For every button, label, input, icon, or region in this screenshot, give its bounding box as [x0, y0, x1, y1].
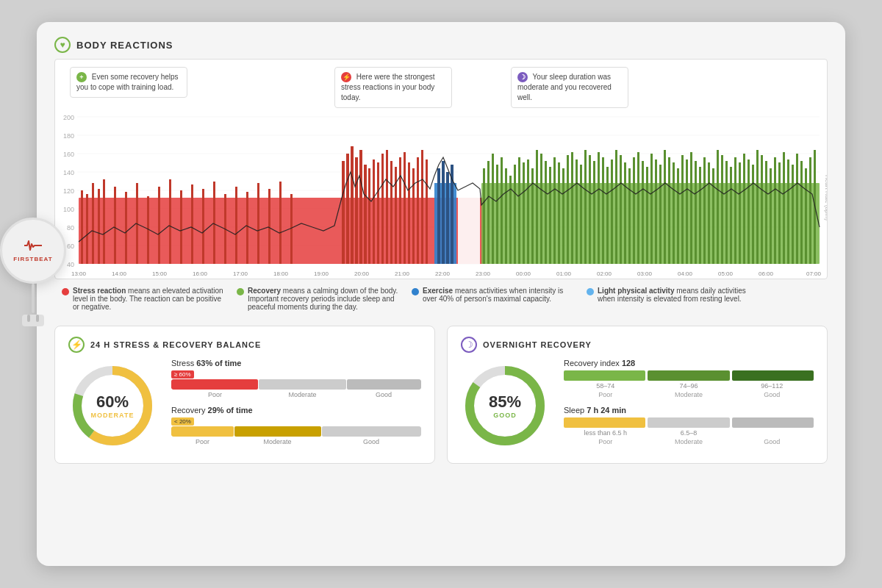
svg-rect-72 — [501, 157, 503, 264]
svg-rect-70 — [492, 154, 494, 264]
light-activity-dot — [587, 288, 594, 295]
svg-text:03:00: 03:00 — [637, 270, 653, 277]
svg-rect-30 — [180, 190, 182, 264]
svg-rect-126 — [739, 162, 741, 264]
svg-rect-78 — [527, 159, 529, 264]
svg-rect-22 — [98, 189, 100, 264]
ann-green-icon: + — [76, 72, 87, 82]
svg-rect-112 — [677, 168, 679, 264]
svg-rect-62 — [437, 168, 440, 264]
svg-rect-39 — [279, 182, 282, 264]
svg-rect-142 — [809, 157, 811, 264]
ann-purple-icon: ☽ — [517, 72, 528, 82]
svg-text:200: 200 — [63, 114, 74, 121]
svg-rect-101 — [628, 168, 631, 264]
svg-rect-35 — [235, 187, 237, 264]
svg-rect-120 — [712, 168, 714, 264]
svg-text:05:00: 05:00 — [718, 270, 734, 277]
svg-text:80: 80 — [67, 224, 74, 232]
svg-rect-102 — [633, 157, 635, 264]
svg-rect-119 — [708, 162, 710, 264]
svg-rect-127 — [743, 154, 745, 264]
svg-rect-132 — [765, 161, 767, 264]
svg-rect-116 — [695, 161, 697, 264]
svg-rect-49 — [377, 162, 379, 264]
stress-bar — [171, 379, 421, 390]
svg-rect-98 — [615, 150, 617, 264]
annotation-sleep: ☽ Your sleep duration was moderate and y… — [511, 67, 628, 108]
svg-text:13:00: 13:00 — [71, 270, 87, 277]
svg-text:20:00: 20:00 — [354, 270, 370, 277]
svg-rect-32 — [202, 189, 204, 264]
annotation-stress: ⚡ Here were the strongest stress reactio… — [334, 67, 452, 108]
svg-rect-40 — [290, 194, 293, 264]
legend-stress: Stress reaction means an elevated activa… — [62, 287, 223, 311]
svg-rect-59 — [421, 150, 423, 264]
svg-rect-57 — [412, 168, 415, 264]
svg-rect-75 — [514, 165, 516, 264]
svg-rect-81 — [540, 154, 542, 264]
overnight-icon: ☽ — [461, 337, 477, 353]
svg-rect-68 — [483, 168, 485, 264]
body-reactions-title: BODY REACTIONS — [76, 40, 173, 51]
svg-rect-55 — [404, 152, 406, 264]
svg-rect-92 — [589, 155, 591, 264]
svg-rect-82 — [545, 161, 547, 264]
overnight-donut: 85% GOOD — [461, 362, 549, 450]
svg-text:06:00: 06:00 — [759, 270, 774, 277]
svg-rect-29 — [169, 179, 171, 264]
svg-text:140: 140 — [63, 169, 74, 176]
svg-text:23:00: 23:00 — [476, 270, 491, 277]
stress-recovery-title: 24 H STRESS & RECOVERY BALANCE — [90, 340, 261, 349]
svg-rect-63 — [442, 161, 445, 264]
svg-rect-69 — [487, 161, 490, 264]
svg-text:14:00: 14:00 — [112, 270, 127, 277]
svg-rect-23 — [103, 179, 105, 264]
svg-rect-79 — [531, 168, 534, 264]
chart-legend: Stress reaction means an elevated activa… — [54, 279, 828, 314]
recovery-bar — [171, 426, 421, 437]
svg-rect-140 — [800, 161, 803, 264]
svg-rect-141 — [805, 168, 807, 264]
svg-rect-131 — [761, 155, 763, 264]
legend-exercise: Exercise means activities when intensity… — [412, 287, 573, 311]
svg-rect-86 — [562, 168, 564, 264]
ann-red-icon: ⚡ — [341, 72, 351, 82]
svg-rect-24 — [114, 187, 116, 264]
svg-rect-104 — [642, 161, 644, 264]
svg-rect-48 — [373, 159, 375, 264]
svg-rect-89 — [576, 159, 578, 264]
svg-rect-38 — [268, 189, 270, 264]
svg-rect-87 — [567, 155, 569, 264]
svg-rect-42 — [346, 154, 349, 264]
svg-text:120: 120 — [63, 187, 74, 195]
overnight-recovery-card: ☽ OVERNIGHT RECOVERY 85% GOOD — [447, 326, 828, 464]
svg-rect-137 — [787, 159, 789, 264]
svg-text:04:00: 04:00 — [678, 270, 693, 277]
svg-text:16:00: 16:00 — [193, 270, 208, 277]
stress-donut-center: 60% MODERATE — [91, 392, 135, 419]
svg-text:17:00: 17:00 — [233, 270, 248, 277]
recovery-dot — [237, 288, 244, 295]
svg-rect-118 — [703, 157, 706, 264]
recovery-index-bars — [564, 370, 814, 381]
svg-text:07:00: 07:00 — [806, 270, 822, 277]
svg-rect-107 — [655, 159, 657, 264]
overnight-recovery-header: ☽ OVERNIGHT RECOVERY — [461, 337, 814, 353]
device-heartbeat-icon — [24, 240, 42, 254]
device-brand-label: FIRSTBEAT — [13, 256, 52, 262]
device-wire — [32, 284, 35, 313]
recovery-stat: Recovery 29% of time < 20% Poor Mod — [171, 406, 421, 445]
overnight-recovery-content: 85% GOOD Recovery index 128 — [461, 359, 814, 453]
svg-rect-31 — [191, 184, 193, 264]
pin-2 — [36, 315, 39, 322]
svg-rect-103 — [637, 152, 639, 264]
svg-rect-108 — [659, 165, 662, 264]
svg-text:100: 100 — [63, 206, 74, 213]
legend-light-activity: Light physical activity means daily acti… — [587, 287, 748, 311]
svg-rect-66 — [458, 168, 480, 264]
svg-rect-129 — [752, 165, 754, 264]
svg-rect-100 — [624, 162, 626, 264]
svg-rect-95 — [602, 157, 604, 264]
svg-rect-133 — [770, 168, 772, 264]
